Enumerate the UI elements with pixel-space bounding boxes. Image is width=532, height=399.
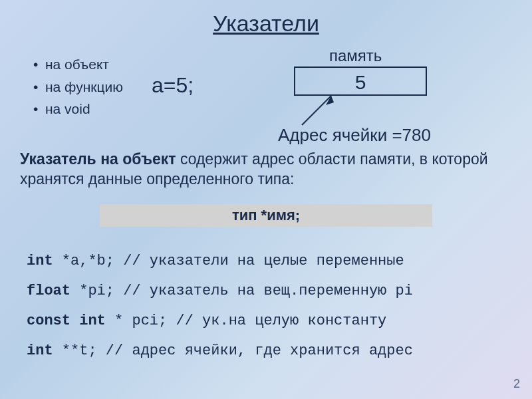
code-keyword: const int — [27, 313, 106, 329]
code-line: float *pi; // указатель на вещ.переменну… — [27, 276, 413, 306]
code-text: * pci; // ук.на целую константу — [106, 313, 386, 329]
expression-text: a=5; — [152, 73, 194, 98]
address-label: Адрес ячейки =780 — [278, 125, 431, 146]
bullet-item: на функцию — [33, 76, 123, 98]
bullet-item: на void — [33, 98, 123, 120]
code-line: int *a,*b; // указатели на целые перемен… — [27, 246, 413, 276]
code-text: *pi; // указатель на вещ.переменную pi — [70, 283, 413, 299]
code-text: *a,*b; // указатели на целые переменные — [53, 253, 404, 269]
code-line: int **t; // адрес ячейки, где хранится а… — [27, 336, 413, 366]
type-syntax-bar: тип *имя; — [100, 204, 432, 227]
code-block: int *a,*b; // указатели на целые перемен… — [27, 246, 413, 366]
svg-line-0 — [302, 96, 331, 125]
memory-cell: 5 — [294, 66, 427, 96]
code-keyword: int — [27, 342, 53, 359]
description-bold: Указатель на объект — [20, 150, 176, 168]
arrow-icon — [297, 96, 336, 128]
code-text: **t; // адрес ячейки, где хранится адрес — [53, 342, 413, 359]
code-keyword: int — [27, 253, 53, 269]
bullet-list: на объект на функцию на void — [33, 53, 123, 120]
slide-number: 2 — [513, 377, 520, 391]
description-text: Указатель на объект содержит адрес облас… — [20, 150, 512, 190]
bullet-item: на объект — [33, 53, 123, 76]
code-keyword: float — [27, 283, 70, 299]
memory-label: память — [329, 47, 382, 65]
slide-title: Указатели — [0, 0, 532, 37]
code-line: const int * pci; // ук.на целую констант… — [27, 306, 413, 336]
